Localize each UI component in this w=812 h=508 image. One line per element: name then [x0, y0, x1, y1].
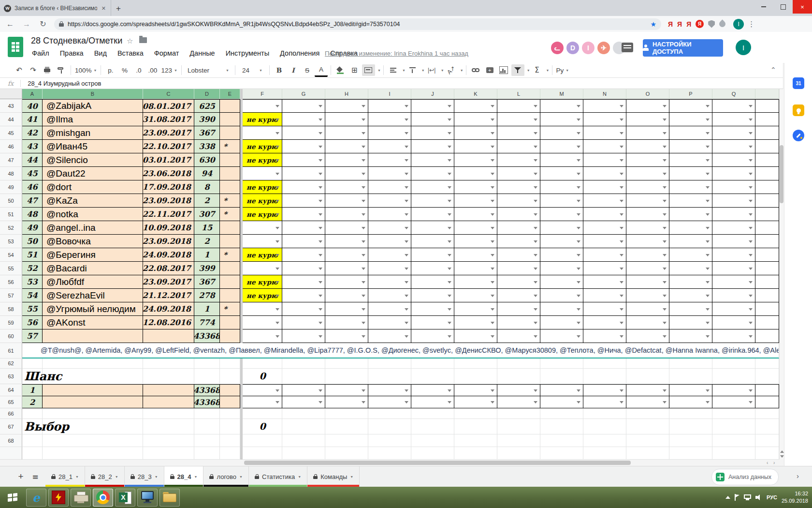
cell-M48[interactable] — [540, 167, 583, 180]
cell-P58[interactable] — [669, 302, 712, 316]
column-header-I[interactable]: I — [368, 89, 411, 99]
column-header-K[interactable]: K — [454, 89, 497, 99]
dropdown-arrow-icon[interactable] — [663, 295, 667, 297]
dropdown-arrow-icon[interactable] — [319, 200, 322, 202]
spreadsheet-grid[interactable]: ABCDEFGHIJKLMNOPQ4340@ZabijakA08.01.2017… — [0, 89, 779, 460]
cell-O68[interactable] — [626, 434, 669, 447]
cell-B65[interactable] — [43, 396, 143, 408]
cell-J60[interactable] — [411, 329, 454, 343]
dropdown-arrow-icon[interactable] — [620, 322, 624, 324]
cell-C66[interactable] — [143, 408, 194, 419]
cell-L53[interactable] — [497, 235, 540, 248]
cell-N60[interactable] — [583, 329, 626, 343]
dropdown-arrow-icon[interactable] — [620, 335, 624, 338]
dropdown-arrow-icon[interactable] — [405, 322, 408, 324]
cell-I66[interactable] — [368, 408, 411, 419]
cell-Q43[interactable] — [712, 99, 755, 113]
cell-N65[interactable] — [583, 396, 626, 408]
forward-icon[interactable]: → — [20, 18, 33, 30]
cell-Q53[interactable] — [712, 235, 755, 248]
row-header-66[interactable]: 66 — [0, 408, 22, 419]
cell-M46[interactable] — [540, 140, 583, 153]
cell-C55[interactable]: 22.08.2017 — [143, 262, 194, 275]
column-header-B[interactable]: B — [43, 89, 143, 99]
cell-E59[interactable] — [220, 316, 240, 329]
dropdown-arrow-icon[interactable] — [534, 200, 537, 202]
cell-A59[interactable]: 56 — [22, 316, 43, 329]
horizontal-align-dropdown[interactable]: ▼ — [402, 69, 406, 72]
dropdown-arrow-icon[interactable] — [534, 281, 537, 284]
dropdown-arrow-icon[interactable] — [534, 227, 537, 229]
dropdown-arrow-icon[interactable] — [491, 186, 494, 189]
cell-B66[interactable] — [43, 408, 143, 419]
dropdown-arrow-icon[interactable] — [405, 159, 408, 162]
row-header-56[interactable]: 56 — [0, 275, 22, 289]
cell-N51[interactable] — [583, 208, 626, 221]
cell-B47[interactable]: @Silencio — [43, 153, 143, 167]
cell-P45[interactable] — [669, 126, 712, 140]
dropdown-arrow-icon[interactable] — [362, 132, 365, 134]
browser-tab-6[interactable]: WЗаписи в блоге ‹ ВНЕзависимос✕ — [0, 0, 111, 16]
cell-A60[interactable]: 57 — [22, 329, 43, 343]
dropdown-arrow-icon[interactable] — [663, 173, 667, 175]
cell-N58[interactable] — [583, 302, 626, 316]
cell-A53[interactable]: 50 — [22, 235, 43, 248]
cell-R65[interactable] — [755, 396, 779, 408]
dropdown-arrow-icon[interactable] — [534, 146, 537, 148]
cell-R67[interactable] — [755, 419, 779, 434]
cell-Q51[interactable] — [712, 208, 755, 221]
dropdown-arrow-icon[interactable] — [405, 119, 408, 121]
dropdown-arrow-icon[interactable] — [749, 401, 753, 403]
cell-P49[interactable] — [669, 180, 712, 194]
cell-O45[interactable] — [626, 126, 669, 140]
cell-J50[interactable] — [411, 194, 454, 208]
cell-I63[interactable] — [368, 369, 411, 384]
cell-M47[interactable] — [540, 153, 583, 167]
row-header-64[interactable]: 64 — [0, 384, 22, 396]
keep-icon[interactable] — [793, 105, 804, 116]
cell-R63[interactable] — [755, 369, 779, 384]
cell-K67[interactable] — [454, 419, 497, 434]
cell-O51[interactable] — [626, 208, 669, 221]
dropdown-arrow-icon[interactable] — [577, 173, 580, 175]
dropdown-arrow-icon[interactable] — [362, 240, 365, 243]
dropdown-arrow-icon[interactable] — [534, 335, 537, 338]
cell-Q50[interactable] — [712, 194, 755, 208]
scroll-up-arrow-icon[interactable] — [780, 450, 784, 453]
dropdown-arrow-icon[interactable] — [663, 146, 667, 148]
cell-M51[interactable] — [540, 208, 583, 221]
cell-H47[interactable] — [325, 153, 368, 167]
insert-chart-button[interactable] — [497, 64, 510, 76]
internet-explorer-taskbar-button[interactable]: e — [26, 489, 46, 507]
input-tools-button[interactable]: Ру▼ — [555, 64, 570, 76]
cell-K[interactable] — [454, 447, 497, 460]
cell-I43[interactable] — [368, 99, 411, 113]
cell-Q46[interactable] — [712, 140, 755, 153]
dropdown-arrow-icon[interactable] — [620, 173, 624, 175]
cell-M43[interactable] — [540, 99, 583, 113]
dropdown-arrow-icon[interactable] — [491, 401, 494, 403]
tasks-icon[interactable] — [793, 130, 804, 141]
punto-switcher-taskbar-button[interactable] — [48, 489, 69, 507]
dropdown-arrow-icon[interactable] — [319, 308, 322, 311]
new-tab-button[interactable]: + — [111, 1, 126, 16]
start-button[interactable] — [0, 487, 25, 508]
cell-J44[interactable] — [411, 113, 454, 126]
cell-M65[interactable] — [540, 396, 583, 408]
cell-P50[interactable] — [669, 194, 712, 208]
sheet-tab-dropdown-icon[interactable]: ▼ — [298, 475, 301, 478]
sheet-tab-Статистика[interactable]: Статистика▼ — [249, 466, 307, 487]
sheet-tab-dropdown-icon[interactable]: ▼ — [115, 475, 118, 478]
column-header-A[interactable]: A — [22, 89, 43, 99]
dropdown-arrow-icon[interactable] — [577, 322, 580, 324]
cell-N66[interactable] — [583, 408, 626, 419]
cell-M64[interactable] — [540, 384, 583, 396]
dropdown-arrow-icon[interactable] — [362, 389, 365, 392]
text-wrap-button[interactable]: |↩| — [425, 64, 438, 76]
adblock-shield-icon[interactable] — [708, 20, 715, 28]
dropdown-arrow-icon[interactable] — [319, 295, 322, 297]
cell-Q60[interactable] — [712, 329, 755, 343]
column-header-D[interactable]: D — [194, 89, 220, 99]
dropdown-arrow-icon[interactable] — [706, 322, 710, 324]
cell-G51[interactable] — [282, 208, 325, 221]
